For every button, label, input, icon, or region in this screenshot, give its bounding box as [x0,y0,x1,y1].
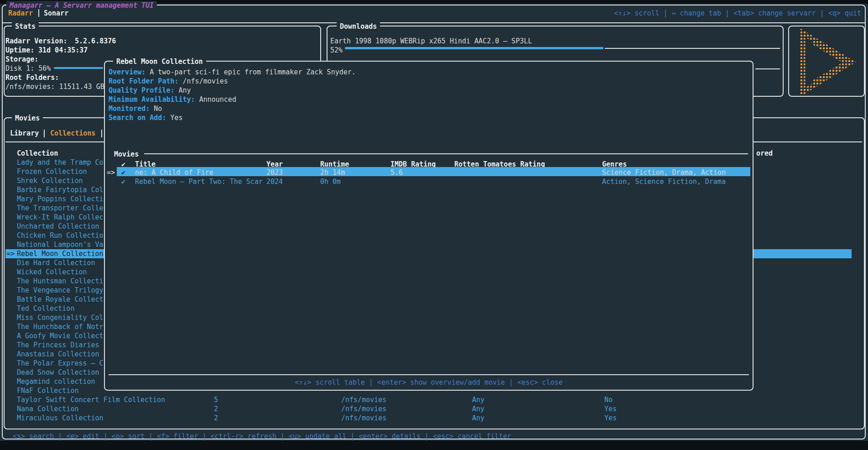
tab-collections[interactable]: Collections [50,129,95,138]
collection-item-label: Megamind collection [17,377,95,386]
downloads-title: Downloads [337,22,380,31]
collection-row-monitored: No [604,395,613,404]
movie-cell-check: ✔ [121,168,125,177]
modal-field-monitored: Monitored:No [109,104,162,113]
collection-item-label: Battle Royale Collect [17,295,104,304]
download-progress-remainder [605,48,780,49]
modal-field-root-folder: Root Folder Path:/nfs/movies [109,77,228,86]
collection-item[interactable]: Taylor Swift Concert Film Collection [5,395,852,404]
collection-column-header: Collection [17,149,58,158]
movie-cell-year: 2023 [266,168,283,177]
field-value: No [154,105,162,113]
collection-item-label: The Transporter Colle [17,204,104,213]
stats-uptime-value: 31d 04:35:37 [38,46,88,55]
collection-item-label: The Hunchback of Notr [17,322,104,331]
movie-cell-title[interactable]: ne: A Child of Fire [135,168,213,177]
field-label: Minimum Availability: [109,95,195,104]
collection-item-label: National Lampoon's Va [17,240,104,249]
collection-item-label: The Huntsman Collecti [17,277,104,286]
movie-cell-genres: Action, Science Fiction, Drama [602,177,726,186]
field-label: Root Folder Path: [109,77,179,85]
stats-version-value: 5.2.6.8376 [75,37,116,46]
collection-item-label: Miss Congeniality Col [17,313,104,322]
collection-item-label: Ted Collection [17,304,74,313]
collection-item-label: Rebel Moon Collection [17,249,104,258]
modal-field-minimum-availability: Minimum Availability:Announced [109,95,236,104]
top-keybind-hints: <↑↓> scroll | ↔ change tab | <tab> chang… [614,9,861,18]
field-label: Overview: [109,68,146,76]
root-folder-value: /nfs/movies: 11511.43 GB [5,82,104,91]
collection-item-label: Wicked Collection [17,267,87,277]
stats-storage-label: Storage: [5,55,38,64]
tab-radarr[interactable]: Radarr [8,9,33,18]
window-bottom-strip [0,441,868,450]
stats-version-label: Radarr Version: [5,37,67,46]
monitored-column-header-fragment: ored [756,149,773,158]
field-value: Announced [199,95,236,104]
field-label: Search on Add: [109,114,166,122]
collection-row-movie-count: 2 [214,413,218,423]
modal-movies-section-title: Movies [114,150,139,159]
collection-item-label: Lady and the Tramp Co [17,158,104,167]
field-value: A two-part sci-fi epic from filmmaker Za… [150,68,356,76]
movie-cell-title[interactable]: Rebel Moon – Part Two: The Scar [135,177,263,186]
download-percent-label: 52% [330,46,343,55]
modal-keybind-hints: <↑↓> scroll table | <enter> show overvie… [109,378,749,387]
collection-item[interactable]: Miraculous Collection [5,413,852,423]
field-label: Monitored: [109,105,150,113]
root-folders-label: Root Folders: [5,73,59,82]
collection-row-movie-count: 2 [214,404,218,413]
collection-item-label: Barbie Fairytopia Col [17,185,104,194]
disk-usage-gauge [54,67,103,69]
field-value: /nfs/movies [183,77,228,85]
collection-item-label: The Polar Express – C [17,359,104,368]
stats-title: Stats [12,22,39,31]
collection-item-label: Taylor Swift Concert Film Collection [17,395,165,404]
collection-item-label: The Vengeance Trilogy [17,286,104,295]
collection-row-monitored: Yes [604,413,617,423]
collection-item-label: FNaF Collection [17,386,78,395]
movie-cell-runtime: 0h 0m [320,177,341,186]
disk-usage-label: Disk 1: 56% [5,64,51,73]
selected-row-marker: => [6,249,15,258]
collection-row-movie-count: 5 [214,395,218,404]
download-progress-filled [345,47,603,49]
collection-row-quality-profile: Any [472,404,484,413]
collection-item[interactable]: Nana Collection [5,404,852,413]
movies-tab-divider-1 [44,130,45,137]
collection-item-label: Anastasia Collection [17,350,99,359]
stats-uptime-label: Uptime: [5,46,34,55]
tab-library[interactable]: Library [10,129,39,138]
modal-footer-divider [109,374,749,375]
collection-row-root-folder: /nfs/movies [341,413,386,423]
download2-progress-fragment [755,68,780,69]
collection-item-label: Dead Snow Collection [17,368,99,377]
tab-divider [38,9,39,17]
collection-row-monitored: Yes [604,404,617,413]
collection-row-root-folder: /nfs/movies [341,404,386,413]
modal-title: Rebel Moon Collection [113,57,206,66]
collection-item-label: Nana Collection [17,404,78,413]
field-value: Yes [170,114,182,122]
movie-cell-check: ✔ [121,177,125,186]
movie-cell-genres: Science Fiction, Drama, Action [602,168,726,177]
modal-movies-section-line [144,153,748,154]
collection-item-label: Frozen Collection [17,167,87,176]
field-label: Quality Profile: [109,86,175,94]
modal-field-quality-profile: Quality Profile:Any [109,86,191,95]
managarr-logo-icon [797,28,859,95]
movie-row-marker: => [107,168,115,177]
collection-item-label: Mary Poppins Collecti [17,194,104,204]
collection-row-root-folder: /nfs/movies [341,395,386,404]
bottom-keybind-hints: <s> search | <e> edit | <o> sort | <f> f… [13,432,511,441]
collection-item-label: Wreck-It Ralph Collec [17,213,104,222]
modal-field-overview: Overview:A two-part sci-fi epic from fil… [109,68,356,77]
collection-item-label: Miraculous Collection [17,413,104,423]
collection-details-modal [104,61,754,391]
movie-cell-runtime: 2h 14m [320,168,345,177]
collection-item-label: Shrek Collection [17,176,83,185]
field-value: Any [179,86,191,94]
tab-sonarr[interactable]: Sonarr [44,9,68,18]
collection-row-quality-profile: Any [472,413,484,423]
collection-item-label: Chicken Run Collectio [17,231,104,240]
